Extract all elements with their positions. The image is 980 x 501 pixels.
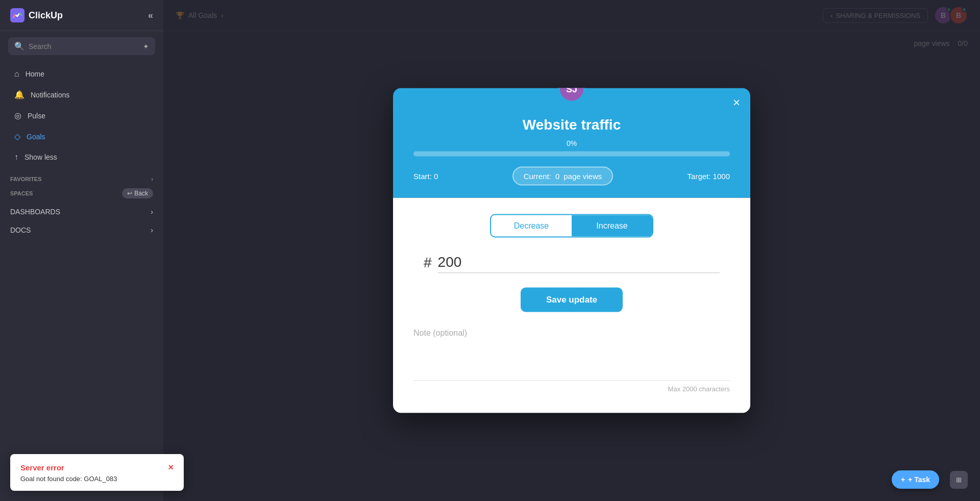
sidebar-item-home[interactable]: ⌂ Home <box>4 64 159 84</box>
app-name: ClickUp <box>29 10 63 21</box>
modal-avatar: SJ <box>558 88 585 103</box>
sidebar-item-label: Home <box>26 70 44 78</box>
error-toast: Server error × Goal not found code: GOAL… <box>10 454 184 491</box>
search-bar[interactable]: 🔍 ✦ <box>8 37 155 55</box>
back-button[interactable]: ↩ Back <box>122 188 153 198</box>
clickup-logo-icon <box>10 8 24 22</box>
modal-current-button[interactable]: Current: 0 page views <box>512 167 614 186</box>
sidebar-item-show-less[interactable]: ↑ Show less <box>4 147 159 167</box>
modal-title: Website traffic <box>413 117 730 133</box>
sidebar-item-pulse[interactable]: ◎ Pulse <box>4 106 159 126</box>
note-divider <box>413 381 730 381</box>
direction-toggle-group: Decrease Increase <box>490 214 653 238</box>
favorites-section-label: FAVORITES › <box>0 170 163 184</box>
sidebar: ClickUp « 🔍 ✦ ⌂ Home 🔔 Notifications ◎ P… <box>0 0 163 501</box>
plus-icon: + <box>901 475 905 484</box>
modal-start-stat: Start: 0 <box>413 172 438 181</box>
note-textarea[interactable] <box>413 344 730 374</box>
collapse-sidebar-button[interactable]: « <box>148 10 153 21</box>
nav-section: ⌂ Home 🔔 Notifications ◎ Pulse ◇ Goals ↑… <box>0 61 163 170</box>
modal-progress-percent: 0% <box>413 139 730 147</box>
modal-progress-bar-container <box>413 152 730 157</box>
chevron-up-icon: ↑ <box>14 153 18 162</box>
sidebar-item-docs[interactable]: DOCS › <box>0 221 163 239</box>
decrease-button[interactable]: Decrease <box>491 215 572 237</box>
grid-view-button[interactable]: ⊞ <box>950 471 968 489</box>
sidebar-item-dashboards[interactable]: DASHBOARDS › <box>0 203 163 221</box>
spaces-header: SPACES ↩ Back <box>0 184 163 203</box>
modal-body: Decrease Increase # Save update Note (op… <box>393 198 750 413</box>
note-label: Note (optional) <box>413 329 730 338</box>
hash-symbol: # <box>424 255 432 271</box>
error-toast-header: Server error × <box>20 462 174 473</box>
error-title: Server error <box>20 463 64 472</box>
note-max-chars: Max 2000 characters <box>413 385 730 393</box>
update-modal: SJ × Website traffic 0% Start: 0 Current… <box>393 88 750 413</box>
sidebar-item-label: Notifications <box>31 91 69 99</box>
modal-header: SJ × Website traffic 0% Start: 0 Current… <box>393 88 750 198</box>
increase-button[interactable]: Increase <box>572 215 652 237</box>
goals-icon: ◇ <box>14 132 20 141</box>
sidebar-item-goals[interactable]: ◇ Goals <box>4 127 159 146</box>
home-icon: ⌂ <box>14 69 19 79</box>
sidebar-item-label: Goals <box>27 133 45 141</box>
error-message: Goal not found code: GOAL_083 <box>20 475 174 483</box>
favorites-expand-icon[interactable]: › <box>151 176 153 182</box>
back-arrow-icon: ↩ <box>127 190 132 197</box>
sidebar-item-label: Pulse <box>28 112 45 120</box>
modal-stats: Start: 0 Current: 0 page views Target: 1… <box>413 167 730 186</box>
search-input[interactable] <box>29 42 139 51</box>
number-input[interactable] <box>438 252 720 273</box>
note-section: Note (optional) Max 2000 characters <box>413 329 730 393</box>
number-input-row: # <box>413 252 730 273</box>
search-icon: 🔍 <box>14 41 24 51</box>
chevron-right-icon: › <box>151 208 153 216</box>
sidebar-item-notifications[interactable]: 🔔 Notifications <box>4 85 159 105</box>
add-task-button[interactable]: + + Task <box>892 470 939 489</box>
chevron-right-icon: › <box>151 226 153 234</box>
save-update-button[interactable]: Save update <box>521 288 623 312</box>
main-content: 🏆 All Goals › ‹ SHARING & PERMISSIONS B … <box>163 0 980 501</box>
bell-icon: 🔔 <box>14 90 24 99</box>
sidebar-header: ClickUp « <box>0 0 163 31</box>
grid-icon: ⊞ <box>956 476 962 484</box>
modal-close-button[interactable]: × <box>733 96 740 109</box>
ai-icon[interactable]: ✦ <box>143 42 149 51</box>
pulse-icon: ◎ <box>14 111 21 120</box>
modal-target-stat: Target: 1000 <box>688 172 730 181</box>
logo-area: ClickUp <box>10 8 63 22</box>
error-toast-close-button[interactable]: × <box>168 462 174 473</box>
sidebar-item-label: Show less <box>24 153 57 161</box>
